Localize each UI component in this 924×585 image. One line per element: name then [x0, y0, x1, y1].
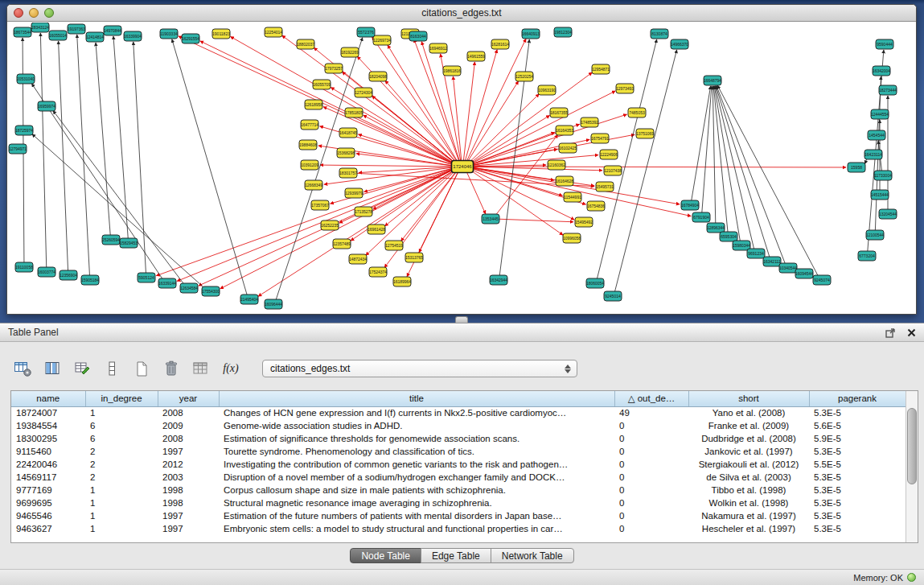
edit-table-icon[interactable] [71, 358, 93, 379]
table-cell[interactable]: 1997 [158, 509, 219, 522]
close-window-button[interactable] [14, 8, 23, 18]
graph-edge[interactable] [32, 134, 205, 289]
graph-edge[interactable] [498, 219, 573, 222]
graph-edge[interactable] [77, 35, 90, 276]
table-cell[interactable]: 5.6E-5 [809, 419, 906, 432]
graph-edge[interactable] [385, 80, 458, 163]
graph-edge[interactable] [470, 167, 691, 216]
table-cell[interactable]: 5.3E-5 [809, 484, 906, 496]
graph-edge[interactable] [466, 170, 486, 213]
table-cell[interactable]: 2003 [158, 471, 219, 484]
table-scrollbar[interactable] [906, 391, 918, 542]
table-cell[interactable]: 2008 [158, 432, 219, 445]
table-row[interactable]: 946554611997Estimation of the future num… [11, 509, 906, 522]
function-builder-button[interactable]: f(x) [220, 358, 242, 379]
column-header-3[interactable]: title [219, 391, 614, 406]
graph-edge[interactable] [692, 86, 711, 201]
table-cell[interactable]: 1 [85, 509, 158, 522]
table-cell[interactable]: 0 [614, 522, 688, 535]
graph-edge[interactable] [258, 169, 456, 297]
column-header-0[interactable]: name [11, 391, 85, 406]
table-cell[interactable]: 0 [614, 509, 688, 522]
table-cell[interactable]: 18724007 [11, 406, 85, 419]
table-cell[interactable]: 0 [614, 471, 688, 484]
table-cell[interactable]: Dudbridge et al. (2008) [688, 432, 809, 445]
table-row[interactable]: 1938455462009Genome-wide association stu… [11, 419, 906, 432]
table-cell[interactable]: Changes of HCN gene expression and I(f) … [219, 406, 614, 419]
table-cell[interactable]: Corpus callosum shape and size in male p… [219, 484, 614, 496]
table-cell[interactable]: Embryonic stem cells: a model to study s… [219, 522, 614, 535]
row-height-icon[interactable] [101, 358, 123, 379]
table-cell[interactable]: 6 [85, 432, 158, 445]
graph-edge[interactable] [358, 134, 455, 166]
graph-edge[interactable] [702, 86, 712, 213]
table-row[interactable]: 1872400712008Changes of HCN gene express… [11, 406, 906, 419]
table-cell[interactable]: 18300295 [11, 432, 85, 445]
graph-edge[interactable] [53, 111, 184, 286]
table-cell[interactable]: 2008 [158, 406, 219, 419]
table-cell[interactable]: Tibbo et al. (1998) [688, 484, 809, 496]
table-cell[interactable]: 9699695 [11, 496, 85, 509]
table-cell[interactable]: 0 [614, 445, 688, 458]
table-cell[interactable]: 1997 [158, 445, 219, 458]
table-cell[interactable]: 9777169 [11, 484, 85, 496]
graph-edge[interactable] [713, 86, 728, 233]
table-cell[interactable]: 0 [614, 432, 688, 445]
show-columns-icon[interactable] [41, 358, 64, 379]
zoom-window-button[interactable] [44, 8, 54, 18]
panel-splitter-handle[interactable] [455, 316, 468, 323]
graph-edge[interactable] [469, 169, 564, 235]
table-cell[interactable]: Disruption of a novel member of a sodium… [219, 471, 614, 484]
table-cell[interactable]: 2012 [158, 458, 219, 471]
column-header-6[interactable]: pagerank [809, 391, 906, 406]
graph-edge[interactable] [453, 76, 462, 163]
table-scrollbar-thumb[interactable] [907, 408, 917, 484]
table-cell[interactable]: 2 [85, 471, 158, 484]
table-row[interactable]: 1830029562008Estimation of significance … [11, 432, 906, 445]
table-cell[interactable]: 14569117 [11, 471, 85, 484]
table-settings-icon[interactable] [11, 358, 34, 379]
table-cell[interactable]: 9463627 [11, 522, 85, 535]
table-cell[interactable]: 1 [85, 484, 158, 496]
graph-edge[interactable] [59, 41, 68, 271]
graph-edge[interactable] [172, 39, 248, 296]
table-cell[interactable]: 2009 [158, 419, 219, 432]
table-cell[interactable]: Genome-wide association studies in ADHD. [219, 419, 614, 432]
table-cell[interactable]: 5.9E-5 [809, 432, 906, 445]
network-table-selector[interactable]: citations_edges.txt [262, 360, 577, 377]
table-cell[interactable]: 9115460 [11, 445, 85, 458]
graph-edge[interactable] [31, 84, 162, 280]
column-header-5[interactable]: short [688, 391, 809, 406]
network-window-titlebar[interactable]: citations_edges.txt [7, 5, 916, 22]
graph-edge[interactable] [351, 169, 456, 241]
table-cell[interactable]: 5.5E-5 [809, 458, 906, 471]
graph-edge[interactable] [713, 86, 716, 224]
graph-edge[interactable] [320, 165, 455, 167]
table-cell[interactable]: 0 [614, 419, 688, 432]
table-cell[interactable]: Estimation of significance thresholds fo… [219, 432, 614, 445]
table-cell[interactable]: de Silva et al. (2003) [688, 471, 809, 484]
delete-table-icon[interactable] [160, 358, 183, 379]
graph-edge[interactable] [40, 33, 46, 268]
graph-edge[interactable] [372, 37, 458, 163]
graph-edge[interactable] [470, 167, 846, 167]
graph-edge[interactable] [364, 167, 456, 192]
table-cell[interactable]: Jankovic et al. (1997) [688, 445, 809, 458]
tab-network-table[interactable]: Network Table [491, 548, 574, 563]
table-cell[interactable]: 0 [614, 458, 688, 471]
graph-edge[interactable] [470, 155, 598, 167]
table-cell[interactable]: Tourette syndrome. Phenomenology and cla… [219, 445, 614, 458]
table-cell[interactable]: 1998 [158, 484, 219, 496]
table-cell[interactable]: 5.3E-5 [809, 445, 906, 458]
table-cell[interactable]: 1 [85, 406, 158, 419]
table-cell[interactable]: 22420046 [11, 458, 85, 471]
table-cell[interactable]: 1997 [158, 522, 219, 535]
table-cell[interactable]: 5.3E-5 [809, 496, 906, 509]
table-cell[interactable]: 2 [85, 458, 158, 471]
table-cell[interactable]: Structural magnetic resonance image aver… [219, 496, 614, 509]
table-cell[interactable]: Yano et al. (2008) [688, 406, 809, 419]
table-cell[interactable]: 6 [85, 419, 158, 432]
float-panel-icon[interactable] [885, 328, 896, 338]
table-cell[interactable]: 49 [614, 406, 688, 419]
table-cell[interactable]: 2 [85, 445, 158, 458]
